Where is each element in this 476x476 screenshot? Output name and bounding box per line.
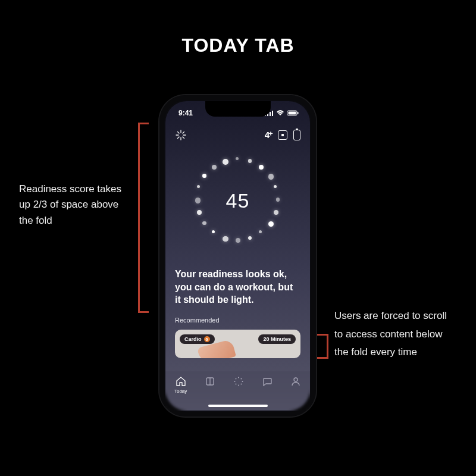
ring-dot — [236, 157, 239, 160]
ring-dot — [268, 174, 274, 180]
svg-line-11 — [178, 132, 180, 134]
svg-line-14 — [178, 137, 180, 139]
intensity-badge: 6 — [204, 336, 210, 342]
svg-rect-5 — [289, 112, 296, 115]
ring-dot — [202, 221, 206, 226]
workout-duration-label: 20 Minutes — [263, 336, 291, 342]
ring-dot — [248, 159, 252, 163]
ring-dot — [202, 174, 206, 178]
workout-category-pill: Cardio 6 — [180, 334, 215, 344]
notch — [205, 101, 271, 117]
home-indicator[interactable] — [208, 405, 268, 407]
recommended-heading: Recommended — [175, 317, 220, 324]
battery-icon — [287, 110, 299, 116]
ring-dot — [212, 230, 215, 233]
brand-logo-icon[interactable] — [175, 129, 187, 141]
ring-dot — [197, 185, 200, 188]
status-time: 9:41 — [178, 109, 193, 117]
ring-dot — [236, 238, 240, 243]
ring-dot — [259, 165, 264, 170]
readiness-score: 45 — [165, 189, 310, 212]
svg-rect-2 — [270, 112, 271, 116]
workout-duration-pill: 20 Minutes — [258, 334, 296, 344]
svg-point-18 — [241, 378, 242, 380]
svg-point-22 — [236, 384, 237, 385]
annotation-readiness-space: Readiness score takes up 2/3 of space ab… — [19, 181, 129, 228]
tab-today[interactable]: Today — [174, 376, 187, 394]
svg-point-23 — [234, 381, 236, 382]
svg-point-20 — [241, 384, 242, 385]
calendar-icon[interactable] — [278, 130, 287, 140]
ring-dot — [259, 230, 262, 233]
streak-count[interactable]: 4⁺ — [265, 130, 272, 140]
tab-progress[interactable] — [233, 376, 244, 387]
svg-point-17 — [238, 377, 239, 378]
svg-rect-6 — [298, 112, 299, 114]
ring-dot — [268, 221, 274, 227]
svg-line-13 — [183, 132, 184, 134]
annotation-scroll-forced: Users are forced to scroll to access con… — [334, 307, 453, 362]
workout-category-label: Cardio — [184, 336, 202, 342]
svg-point-25 — [294, 378, 298, 381]
device-battery-icon[interactable] — [293, 130, 300, 140]
wifi-icon — [276, 110, 284, 116]
slide-title: TODAY TAB — [0, 35, 476, 57]
bracket-right-icon — [315, 334, 328, 359]
ring-dot — [274, 185, 277, 188]
svg-point-19 — [242, 381, 243, 382]
bracket-left-icon — [138, 123, 149, 313]
tab-today-label: Today — [174, 389, 187, 394]
tab-library[interactable] — [205, 376, 215, 387]
tab-profile[interactable] — [290, 376, 301, 387]
phone-frame: 9:41 — [159, 95, 316, 416]
phone-screen: 9:41 — [165, 101, 310, 411]
readiness-message: Your readiness looks ok, you can do a wo… — [175, 268, 300, 306]
svg-point-21 — [238, 385, 239, 386]
recommended-card[interactable]: Cardio 6 20 Minutes — [175, 330, 300, 358]
tab-chat[interactable] — [262, 376, 273, 387]
ring-dot — [223, 159, 228, 165]
svg-line-12 — [183, 137, 184, 139]
ring-dot — [212, 165, 217, 170]
ring-dot — [223, 236, 228, 242]
svg-point-24 — [236, 378, 237, 380]
ring-dot — [248, 236, 252, 240]
app-header: 4⁺ — [165, 126, 310, 144]
svg-rect-3 — [272, 111, 273, 116]
